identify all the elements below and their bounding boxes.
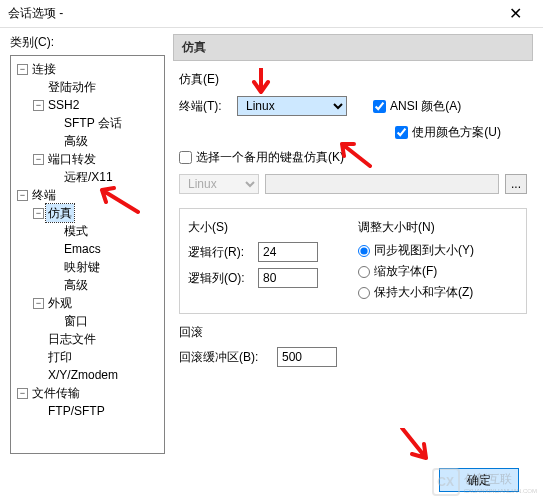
resize-label: 调整大小时(N) bbox=[358, 219, 518, 236]
tree-appearance[interactable]: 外观 bbox=[46, 294, 74, 312]
category-label: 类别(C): bbox=[10, 34, 165, 51]
rows-input[interactable] bbox=[258, 242, 318, 262]
expander-icon[interactable]: − bbox=[17, 64, 28, 75]
expander-icon[interactable]: − bbox=[17, 388, 28, 399]
scrollbuf-input[interactable] bbox=[277, 347, 337, 367]
resize-scale-label: 缩放字体(F) bbox=[374, 263, 437, 280]
tree-xyz[interactable]: X/Y/Zmodem bbox=[46, 366, 120, 384]
tree-remote[interactable]: 远程/X11 bbox=[62, 168, 115, 186]
tree-ssh2[interactable]: SSH2 bbox=[46, 96, 81, 114]
alt-keyboard-select: Linux bbox=[179, 174, 259, 194]
emulation-label: 仿真(E) bbox=[179, 71, 231, 88]
watermark: CX 创新互联 CXUANXINLIANLIAN.COM bbox=[432, 468, 537, 496]
close-icon[interactable]: ✕ bbox=[495, 4, 535, 23]
expander-icon[interactable]: − bbox=[33, 208, 44, 219]
expander-icon[interactable]: − bbox=[17, 190, 28, 201]
tree-logfile[interactable]: 日志文件 bbox=[46, 330, 98, 348]
tree-portfwd[interactable]: 端口转发 bbox=[46, 150, 98, 168]
alt-keyboard-label: 选择一个备用的键盘仿真(K) bbox=[196, 149, 344, 166]
alt-keyboard-checkbox[interactable]: 选择一个备用的键盘仿真(K) bbox=[179, 149, 344, 166]
cols-input[interactable] bbox=[258, 268, 318, 288]
category-tree[interactable]: −连接 登陆动作 −SSH2 SFTP 会话 高级 −端口转发 远程/X11 bbox=[10, 55, 165, 454]
tree-mode[interactable]: 模式 bbox=[62, 222, 90, 240]
tree-mapkey[interactable]: 映射键 bbox=[62, 258, 102, 276]
browse-button[interactable]: ... bbox=[505, 174, 527, 194]
expander-icon[interactable]: − bbox=[33, 154, 44, 165]
tree-print[interactable]: 打印 bbox=[46, 348, 74, 366]
left-pane: 类别(C): −连接 登陆动作 −SSH2 SFTP 会话 高级 −端口转发 bbox=[10, 34, 165, 454]
titlebar: 会话选项 - ✕ bbox=[0, 0, 543, 28]
resize-scale-radio[interactable]: 缩放字体(F) bbox=[358, 263, 518, 280]
scrollback-label: 回滚 bbox=[179, 324, 527, 341]
resize-sync-label: 同步视图到大小(Y) bbox=[374, 242, 474, 259]
window-title: 会话选项 - bbox=[8, 5, 495, 22]
tree-emulation[interactable]: 仿真 bbox=[46, 204, 74, 222]
terminal-label: 终端(T): bbox=[179, 98, 231, 115]
tree-sftp[interactable]: SFTP 会话 bbox=[62, 114, 124, 132]
terminal-select[interactable]: Linux bbox=[237, 96, 347, 116]
tree-terminal[interactable]: 终端 bbox=[30, 186, 58, 204]
resize-sync-radio[interactable]: 同步视图到大小(Y) bbox=[358, 242, 518, 259]
ansi-color-checkbox[interactable]: ANSI 颜色(A) bbox=[373, 98, 461, 115]
ansi-color-label: ANSI 颜色(A) bbox=[390, 98, 461, 115]
tree-login[interactable]: 登陆动作 bbox=[46, 78, 98, 96]
color-scheme-checkbox[interactable]: 使用颜色方案(U) bbox=[395, 124, 501, 141]
size-label: 大小(S) bbox=[188, 219, 348, 236]
tree-window[interactable]: 窗口 bbox=[62, 312, 90, 330]
tree-advanced2[interactable]: 高级 bbox=[62, 276, 90, 294]
alt-keyboard-path bbox=[265, 174, 499, 194]
right-pane: 仿真 仿真(E) 终端(T): Linux ANSI 颜色(A) 使用颜色方案(… bbox=[173, 34, 533, 454]
watermark-logo-icon: CX bbox=[432, 468, 460, 496]
resize-keep-radio[interactable]: 保持大小和字体(Z) bbox=[358, 284, 518, 301]
rows-label: 逻辑行(R): bbox=[188, 244, 250, 261]
expander-icon[interactable]: − bbox=[33, 100, 44, 111]
watermark-text: 创新互联 bbox=[464, 471, 537, 488]
tree-emacs[interactable]: Emacs bbox=[62, 240, 103, 258]
tree-advanced[interactable]: 高级 bbox=[62, 132, 90, 150]
cols-label: 逻辑列(O): bbox=[188, 270, 250, 287]
watermark-sub: CXUANXINLIANLIAN.COM bbox=[464, 488, 537, 494]
color-scheme-label: 使用颜色方案(U) bbox=[412, 124, 501, 141]
resize-keep-label: 保持大小和字体(Z) bbox=[374, 284, 473, 301]
section-header: 仿真 bbox=[173, 34, 533, 61]
tree-filetransfer[interactable]: 文件传输 bbox=[30, 384, 82, 402]
scrollbuf-label: 回滚缓冲区(B): bbox=[179, 349, 269, 366]
tree-connection[interactable]: 连接 bbox=[30, 60, 58, 78]
tree-ftpsftp[interactable]: FTP/SFTP bbox=[46, 402, 107, 420]
expander-icon[interactable]: − bbox=[33, 298, 44, 309]
